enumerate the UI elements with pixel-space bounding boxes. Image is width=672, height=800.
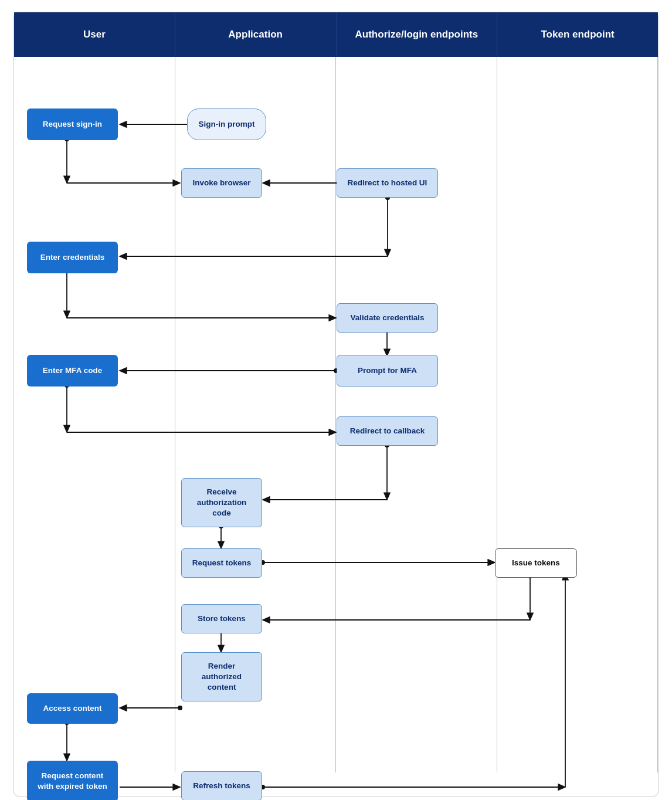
signin-prompt-box: Sign-in prompt — [187, 109, 266, 140]
header-user: User — [14, 12, 175, 57]
store-tokens-box: Store tokens — [181, 604, 262, 633]
request-tokens-box: Request tokens — [181, 548, 262, 578]
render-content-box: Render authorized content — [181, 652, 262, 701]
swimlane-area: Request sign-in Sign-in prompt Invoke br… — [14, 57, 658, 772]
header-authorize: Authorize/login endpoints — [337, 12, 498, 57]
swimlane-token — [497, 57, 659, 772]
prompt-mfa-box: Prompt for MFA — [337, 355, 438, 387]
redirect-callback-box: Redirect to callback — [337, 416, 438, 446]
header-token: Token endpoint — [497, 12, 658, 57]
swimlane-user — [14, 57, 175, 772]
header-row: User Application Authorize/login endpoin… — [14, 12, 658, 57]
enter-mfa-box: Enter MFA code — [27, 355, 118, 387]
request-expired-token-box: Request content with expired token — [27, 761, 118, 800]
issue-tokens-box: Issue tokens — [495, 548, 577, 578]
invoke-browser-box: Invoke browser — [181, 168, 262, 198]
enter-credentials-box: Enter credentials — [27, 242, 118, 273]
request-signin-box: Request sign-in — [27, 109, 118, 140]
swimlane-authorize — [336, 57, 497, 772]
validate-credentials-box: Validate credentials — [337, 303, 438, 333]
diagram-container: User Application Authorize/login endpoin… — [13, 12, 659, 796]
redirect-hosted-ui-box: Redirect to hosted UI — [337, 168, 438, 198]
header-application: Application — [175, 12, 337, 57]
access-content-box: Access content — [27, 693, 118, 724]
receive-auth-code-box: Receive authorization code — [181, 478, 262, 527]
refresh-tokens-box: Refresh tokens — [181, 771, 262, 800]
